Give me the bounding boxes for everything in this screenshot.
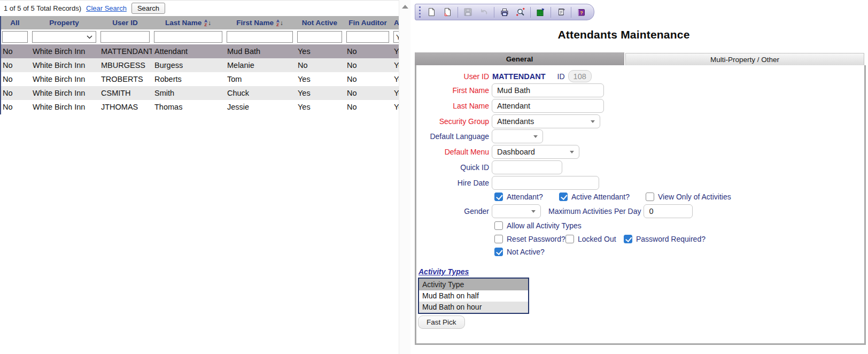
attendants-maintenance-panel: ? Attendants Maintenance General Multi-P…: [410, 0, 868, 354]
locked-out-checkbox[interactable]: Locked Out: [565, 235, 616, 243]
column-header-notactive[interactable]: Not Active: [295, 16, 344, 29]
checkbox-icon[interactable]: [565, 235, 574, 243]
column-header-lastname[interactable]: Last Name AZ↓: [152, 16, 224, 29]
first-name-label: First Name: [416, 86, 489, 95]
new-document-icon[interactable]: [425, 6, 438, 18]
report-icon[interactable]: [555, 6, 567, 18]
column-header-all[interactable]: All: [0, 16, 30, 29]
filter-attendant-input[interactable]: [393, 31, 399, 43]
list-item[interactable]: Mud Bath on hour: [419, 302, 528, 313]
id-label: ID: [557, 72, 565, 81]
user-id-label: User ID: [416, 72, 489, 81]
checkbox-row-4: Not Active?: [416, 248, 864, 257]
panel-splitter[interactable]: [399, 0, 410, 354]
help-icon[interactable]: ?: [575, 6, 587, 18]
id-value-field: 108: [568, 70, 592, 82]
hire-date-row: Hire Date: [416, 176, 863, 190]
dropdown-caret-icon: [533, 135, 538, 138]
tab-multi-property-other[interactable]: Multi-Property / Other: [625, 53, 864, 65]
listbox-rows: Mud Bath on half Mud Bath on hour: [419, 290, 528, 313]
quick-id-label: Quick ID: [416, 163, 489, 172]
view-only-checkbox[interactable]: View Only of Activities: [646, 193, 731, 201]
list-item[interactable]: Mud Bath on half: [419, 290, 528, 302]
tab-general[interactable]: General: [415, 52, 624, 65]
toolbar-separator: [530, 7, 531, 18]
dropdown-caret-icon: [591, 120, 595, 123]
column-header-attendant[interactable]: Att: [391, 16, 399, 29]
filter-notactive-input[interactable]: [297, 31, 342, 43]
last-name-row: Last Name Attendant: [416, 99, 863, 113]
grid-left-edge: [0, 16, 1, 114]
default-menu-row: Default Menu Dashboard: [416, 145, 863, 159]
column-header-finauditor[interactable]: Fin Auditor: [344, 16, 391, 29]
filter-lastname-input[interactable]: [154, 31, 222, 43]
undo-icon[interactable]: [478, 6, 490, 18]
active-attendant-checkbox[interactable]: Active Attendant?: [559, 193, 630, 201]
table-row[interactable]: NoWhite Birch InnTROBERTSRobertsTomYesNo…: [0, 72, 399, 86]
checkbox-row-1: Attendant? Active Attendant? View Only o…: [416, 193, 864, 202]
filter-userid-input[interactable]: [100, 31, 150, 43]
dropdown-caret-icon: [531, 210, 536, 213]
filter-firstname-input[interactable]: [227, 31, 293, 43]
gender-label: Gender: [416, 207, 489, 216]
scroll-up-arrow-icon[interactable]: [402, 5, 408, 9]
quick-id-field[interactable]: [492, 160, 562, 174]
toolbar-grip-icon[interactable]: [419, 6, 421, 18]
hire-date-label: Hire Date: [416, 179, 489, 187]
default-language-dropdown[interactable]: [492, 129, 543, 143]
column-header-property[interactable]: Property: [30, 16, 98, 29]
default-menu-dropdown[interactable]: Dashboard: [492, 145, 579, 159]
table-row[interactable]: NoWhite Birch InnMATTENDANTAttendantMud …: [0, 44, 399, 58]
toolbar-separator: [494, 7, 494, 18]
table-row[interactable]: NoWhite Birch InnJTHOMASThomasJessieYesN…: [0, 100, 399, 114]
max-activities-label: Maximum Activities Per Day: [548, 207, 641, 216]
checkbox-icon[interactable]: [494, 235, 503, 243]
table-row[interactable]: NoWhite Birch InnMBURGESSBurgessMelanieN…: [0, 58, 399, 72]
print-icon[interactable]: [498, 6, 510, 18]
advanced-search-icon[interactable]: [514, 6, 526, 18]
svg-text:?: ?: [580, 9, 583, 15]
toolbar: ?: [415, 4, 594, 20]
app-window: 1 of 5 of 5 Total Records) Clear Search …: [0, 0, 868, 354]
last-name-field[interactable]: Attendant: [492, 99, 604, 113]
filter-finauditor-input[interactable]: [346, 31, 389, 43]
reset-password-checkbox[interactable]: Reset Password?: [494, 235, 565, 243]
filter-property-select[interactable]: [32, 31, 96, 43]
checkbox-icon[interactable]: [646, 193, 654, 201]
allow-all-activity-types-checkbox[interactable]: Allow all Activity Types: [494, 221, 582, 230]
clear-search-link[interactable]: Clear Search: [86, 4, 127, 12]
record-count-text: 1 of 5 of 5 Total Records): [4, 4, 81, 12]
page-title: Attendants Maintenance: [415, 28, 866, 41]
grid-body: NoWhite Birch InnMATTENDANTAttendantMud …: [0, 44, 399, 114]
security-group-dropdown[interactable]: Attendants: [492, 114, 600, 128]
security-group-label: Security Group: [416, 117, 489, 126]
fast-pick-button[interactable]: Fast Pick: [418, 315, 465, 329]
password-required-checkbox[interactable]: Password Required?: [624, 235, 706, 243]
checkbox-icon[interactable]: [624, 235, 632, 243]
gender-dropdown[interactable]: [492, 204, 541, 218]
table-row[interactable]: NoWhite Birch InnCSMITHSmithChuckYesNoYe…: [0, 86, 399, 100]
grid-filter-row: [0, 29, 399, 44]
sort-az-icon: AZ↓: [276, 19, 283, 27]
checkbox-icon[interactable]: [494, 221, 503, 230]
toolbar-separator: [551, 7, 551, 18]
export-grid-icon[interactable]: [534, 6, 547, 18]
save-icon[interactable]: [462, 6, 474, 18]
first-name-field[interactable]: Mud Bath: [492, 83, 604, 97]
max-activities-field[interactable]: 0: [644, 204, 693, 218]
hire-date-field[interactable]: [492, 176, 599, 190]
dropdown-caret-icon: [570, 151, 574, 153]
grid-status-bar: 1 of 5 of 5 Total Records) Clear Search …: [0, 0, 399, 16]
filter-all-input[interactable]: [2, 31, 28, 43]
checkbox-icon[interactable]: [559, 193, 568, 201]
default-language-row: Default Language: [416, 129, 863, 143]
delete-document-icon[interactable]: [441, 6, 454, 18]
checkbox-icon[interactable]: [494, 193, 503, 201]
attendant-checkbox[interactable]: Attendant?: [494, 193, 543, 201]
not-active-checkbox[interactable]: Not Active?: [494, 248, 545, 256]
search-button[interactable]: Search: [131, 3, 165, 14]
column-header-firstname[interactable]: First Name AZ↓: [224, 16, 295, 29]
checkbox-icon[interactable]: [494, 248, 503, 256]
column-header-userid[interactable]: User ID: [98, 16, 152, 29]
tab-bar: General Multi-Property / Other: [415, 52, 866, 65]
